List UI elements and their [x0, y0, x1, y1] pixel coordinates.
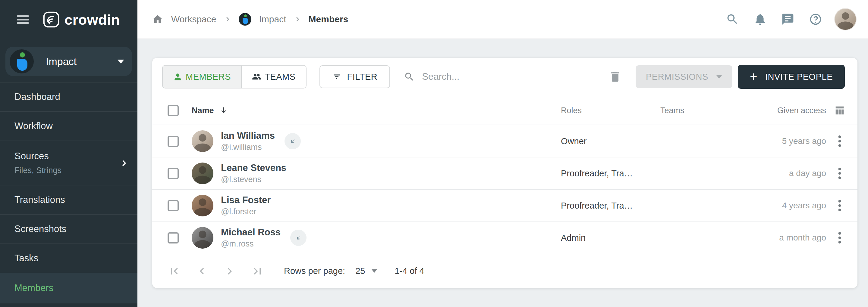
chevron-right-icon	[224, 16, 231, 23]
tab-members[interactable]: MEMBERS	[163, 66, 241, 88]
breadcrumb-project[interactable]: Impact	[259, 14, 286, 24]
member-cell: Lisa Foster @l.forster	[192, 195, 561, 216]
sidebar-item-sublabel: Files, Strings	[14, 166, 119, 175]
member-cell: Michael Ross @m.ross	[192, 227, 561, 249]
member-row[interactable]: Ian Williams @i.williams Owner 5 years a…	[152, 125, 858, 158]
column-name-label: Name	[192, 106, 214, 115]
member-given-access: 5 years ago	[757, 136, 826, 146]
topbar-actions	[711, 8, 857, 30]
help-icon[interactable]	[809, 13, 822, 26]
home-icon[interactable]	[152, 13, 163, 25]
last-page-icon[interactable]	[251, 265, 264, 278]
project-avatar	[10, 49, 34, 73]
filter-button[interactable]: FILTER	[319, 65, 390, 88]
previous-page-icon[interactable]	[195, 265, 209, 278]
member-handle: @i.williams	[221, 143, 275, 152]
sidebar-item-workflow[interactable]: Workflow	[0, 112, 137, 141]
sidebar-item-label: Screenshots	[14, 224, 119, 235]
pagination: Rows per page: 25 1-4 of 4	[152, 254, 858, 288]
row-menu-kebab-icon[interactable]	[833, 167, 846, 180]
sort-arrow-down-icon	[219, 106, 228, 115]
sidebar-item-dashboard[interactable]: Dashboard	[0, 82, 137, 112]
sidebar-item-label: Dashboard	[14, 92, 119, 102]
rows-per-page-value: 25	[355, 266, 365, 276]
permissions-button[interactable]: PERMISSIONS	[636, 65, 733, 88]
first-page-icon[interactable]	[167, 265, 181, 278]
member-avatar	[192, 227, 213, 249]
trash-icon[interactable]	[609, 70, 622, 84]
permissions-button-label: PERMISSIONS	[646, 72, 708, 82]
tab-teams-label: TEAMS	[265, 72, 296, 82]
member-roles: Admin	[561, 233, 660, 243]
member-name[interactable]: Leane Stevens	[221, 163, 286, 173]
rows-per-page-label: Rows per page:	[284, 266, 345, 276]
breadcrumb: Workspace Impact Members	[152, 13, 348, 26]
member-roles: Proofreader, Tra…	[561, 201, 660, 211]
project-name: Impact	[46, 56, 76, 67]
members-teams-tabgroup: MEMBERS TEAMS	[162, 65, 307, 89]
member-given-access: a day ago	[757, 169, 826, 178]
member-handle: @l.stevens	[221, 175, 286, 184]
arrow-down-left-icon	[289, 137, 297, 145]
pagination-range: 1-4 of 4	[395, 266, 424, 276]
member-row[interactable]: Michael Ross @m.ross Admin a month ago	[152, 222, 858, 254]
chevron-down-icon	[716, 75, 722, 78]
member-name[interactable]: Michael Ross	[221, 227, 281, 238]
column-name[interactable]: Name	[192, 106, 561, 115]
member-cell: Leane Stevens @l.stevens	[192, 163, 561, 184]
member-avatar	[192, 130, 213, 152]
invite-people-label: INVITE PEOPLE	[765, 72, 833, 82]
member-name[interactable]: Lisa Foster	[221, 195, 271, 206]
invite-people-button[interactable]: + INVITE PEOPLE	[738, 65, 845, 89]
member-row[interactable]: Leane Stevens @l.stevens Proofreader, Tr…	[152, 158, 858, 190]
notifications-bell-icon[interactable]	[753, 13, 767, 26]
invited-badge	[290, 230, 307, 246]
messages-icon[interactable]	[781, 13, 795, 26]
plus-icon: +	[750, 70, 757, 83]
next-page-icon[interactable]	[223, 265, 236, 278]
filter-icon	[332, 72, 341, 81]
row-checkbox[interactable]	[167, 136, 179, 147]
user-avatar[interactable]	[834, 8, 857, 30]
sidebar-item-tasks[interactable]: Tasks	[0, 244, 137, 273]
sidebar-item-label: Sources	[14, 151, 119, 162]
member-roles: Proofreader, Tra…	[561, 169, 660, 178]
member-name[interactable]: Ian Williams	[221, 130, 275, 141]
row-checkbox[interactable]	[167, 200, 179, 211]
topbar: Workspace Impact Members	[137, 0, 868, 39]
sidebar-item-translations[interactable]: Translations	[0, 185, 137, 215]
select-all-checkbox[interactable]	[167, 105, 179, 116]
tab-members-label: MEMBERS	[186, 72, 231, 82]
breadcrumb-workspace[interactable]: Workspace	[171, 14, 216, 24]
row-menu-kebab-icon[interactable]	[833, 135, 846, 148]
menu-icon[interactable]	[17, 15, 29, 24]
sidebar-item-sources[interactable]: Sources Files, Strings	[0, 141, 137, 185]
member-given-access: 4 years ago	[757, 201, 826, 210]
row-menu-kebab-icon[interactable]	[833, 199, 846, 212]
sidebar-item-label: Workflow	[14, 121, 119, 132]
table-body: Ian Williams @i.williams Owner 5 years a…	[152, 125, 858, 254]
column-roles: Roles	[561, 106, 660, 115]
table-columns-icon[interactable]	[834, 104, 846, 116]
search-box	[404, 71, 609, 82]
sidebar-item-members[interactable]: Members	[0, 273, 137, 303]
row-menu-kebab-icon[interactable]	[833, 231, 846, 244]
member-given-access: a month ago	[757, 233, 826, 243]
column-teams: Teams	[660, 106, 757, 115]
invited-badge	[284, 133, 301, 149]
column-given-access: Given access	[757, 106, 826, 115]
tab-teams[interactable]: TEAMS	[241, 66, 306, 88]
project-switcher[interactable]: Impact	[5, 47, 132, 76]
members-card: MEMBERS TEAMS FILTER PERMISSIONS	[152, 58, 858, 288]
row-checkbox[interactable]	[167, 232, 179, 243]
rows-per-page-select[interactable]: 25	[355, 266, 377, 276]
member-roles: Owner	[561, 136, 660, 146]
row-checkbox[interactable]	[167, 168, 179, 179]
search-icon[interactable]	[726, 13, 739, 26]
member-row[interactable]: Lisa Foster @l.forster Proofreader, Tra……	[152, 190, 858, 222]
member-avatar	[192, 195, 213, 216]
crowdin-logo[interactable]: crowdin	[43, 11, 120, 28]
search-input[interactable]	[422, 71, 609, 82]
logo-text: crowdin	[64, 11, 120, 28]
sidebar-item-screenshots[interactable]: Screenshots	[0, 215, 137, 244]
